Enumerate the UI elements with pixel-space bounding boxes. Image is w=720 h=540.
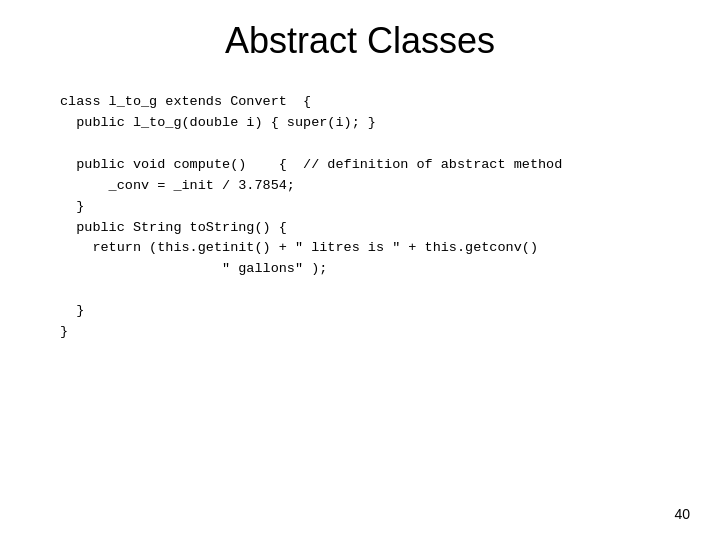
page-number: 40 xyxy=(674,506,690,522)
code-block: class l_to_g extends Convert { public l_… xyxy=(40,92,680,343)
slide-title: Abstract Classes xyxy=(40,20,680,62)
code-line-1: class l_to_g extends Convert { xyxy=(60,94,311,109)
code-line-5: _conv = _init / 3.7854; xyxy=(60,178,295,193)
code-line-11: } xyxy=(60,303,84,318)
code-line-9: " gallons" ); xyxy=(60,261,327,276)
code-line-8: return (this.getinit() + " litres is " +… xyxy=(60,240,538,255)
code-line-7: public String toString() { xyxy=(60,220,287,235)
slide-container: Abstract Classes class l_to_g extends Co… xyxy=(0,0,720,540)
code-line-2: public l_to_g(double i) { super(i); } xyxy=(60,115,376,130)
code-line-10 xyxy=(60,282,68,297)
code-line-3 xyxy=(60,136,68,151)
code-line-12: } xyxy=(60,324,68,339)
code-line-6: } xyxy=(60,199,84,214)
code-line-4: public void compute() { // definition of… xyxy=(60,157,562,172)
